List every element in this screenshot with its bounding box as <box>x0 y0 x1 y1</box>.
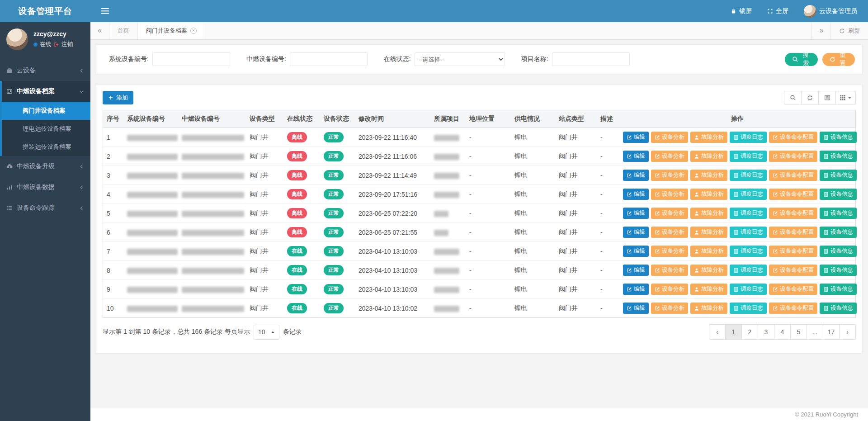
sidebar-item-cloud-device[interactable]: 云设备 <box>0 60 90 81</box>
device-info-button[interactable]: 设备信息 <box>820 151 857 162</box>
tabs-scroll-right-button[interactable] <box>811 22 830 39</box>
edit-button[interactable]: 编辑 <box>623 227 649 238</box>
fault-analysis-button[interactable]: 故障分析 <box>690 170 727 181</box>
user-menu[interactable]: 云设备管理员 <box>804 5 857 18</box>
page-button[interactable]: 3 <box>758 324 774 340</box>
dispatch-log-button[interactable]: 调度日志 <box>730 227 767 238</box>
edit-button[interactable]: 编辑 <box>623 189 649 200</box>
device-command-config-button[interactable]: 设备命令配置 <box>769 246 817 257</box>
edit-button[interactable]: 编辑 <box>623 170 649 181</box>
edit-button[interactable]: 编辑 <box>623 208 649 219</box>
page-button[interactable]: 17 <box>823 324 840 340</box>
dispatch-log-button[interactable]: 调度日志 <box>730 284 767 295</box>
device-info-button[interactable]: 设备信息 <box>820 303 857 314</box>
sidebar-item-device-command-trace[interactable]: 设备命令跟踪 <box>0 198 90 218</box>
page-button[interactable]: 2 <box>741 324 758 340</box>
fault-analysis-button[interactable]: 故障分析 <box>690 284 727 295</box>
sidebar-item-valve-well-archive[interactable]: 阀门井设备档案 <box>2 102 90 120</box>
device-command-config-button[interactable]: 设备命令配置 <box>769 303 817 314</box>
column-header[interactable]: 修改时间 <box>355 110 430 128</box>
column-header[interactable]: 系统设备编号 <box>123 110 178 128</box>
dispatch-log-button[interactable]: 调度日志 <box>730 265 767 276</box>
column-header[interactable]: 所属项目 <box>430 110 466 128</box>
device-info-button[interactable]: 设备信息 <box>820 208 857 219</box>
device-command-config-button[interactable]: 设备命令配置 <box>769 265 817 276</box>
device-analysis-button[interactable]: 设备分析 <box>651 132 688 143</box>
project-name-input[interactable] <box>552 52 630 66</box>
column-header[interactable]: 供电情况 <box>511 110 555 128</box>
fault-analysis-button[interactable]: 故障分析 <box>690 132 727 143</box>
column-header[interactable]: 中燃设备编号 <box>178 110 246 128</box>
page-button[interactable]: ... <box>807 324 823 340</box>
tab-valve-well-archive[interactable]: 阀门井设备档案× <box>138 22 205 39</box>
column-header[interactable]: 操作 <box>619 110 855 128</box>
dispatch-log-button[interactable]: 调度日志 <box>730 303 767 314</box>
edit-button[interactable]: 编辑 <box>623 151 649 162</box>
dispatch-log-button[interactable]: 调度日志 <box>730 189 767 200</box>
device-analysis-button[interactable]: 设备分析 <box>651 284 688 295</box>
device-command-config-button[interactable]: 设备命令配置 <box>769 151 817 162</box>
edit-button[interactable]: 编辑 <box>623 265 649 276</box>
device-command-config-button[interactable]: 设备命令配置 <box>769 227 817 238</box>
sidebar-item-assembled-remote-archive[interactable]: 拼装远传设备档案 <box>2 138 90 156</box>
dispatch-log-button[interactable]: 调度日志 <box>730 170 767 181</box>
device-info-button[interactable]: 设备信息 <box>820 170 857 181</box>
edit-button[interactable]: 编辑 <box>623 246 649 257</box>
column-header[interactable]: 地理位置 <box>466 110 511 128</box>
page-next-button[interactable]: › <box>839 324 856 340</box>
edit-button[interactable]: 编辑 <box>623 303 649 314</box>
device-analysis-button[interactable]: 设备分析 <box>651 303 688 314</box>
table-refresh-button[interactable] <box>801 91 819 104</box>
device-info-button[interactable]: 设备信息 <box>820 189 857 200</box>
column-header[interactable]: 描述 <box>597 110 619 128</box>
sidebar-item-gas-device-archive[interactable]: 中燃设备档案 <box>2 81 90 102</box>
table-view-toggle-button[interactable] <box>818 91 836 104</box>
edit-button[interactable]: 编辑 <box>623 132 649 143</box>
device-command-config-button[interactable]: 设备命令配置 <box>769 132 817 143</box>
dispatch-log-button[interactable]: 调度日志 <box>730 132 767 143</box>
tabs-scroll-left-button[interactable] <box>90 22 109 39</box>
reset-button[interactable]: 重置 <box>822 53 855 66</box>
fault-analysis-button[interactable]: 故障分析 <box>690 151 727 162</box>
device-analysis-button[interactable]: 设备分析 <box>651 265 688 276</box>
page-size-select[interactable]: 10 <box>254 325 279 340</box>
device-info-button[interactable]: 设备信息 <box>820 227 857 238</box>
close-icon[interactable]: × <box>190 28 197 34</box>
online-status-select[interactable]: --请选择-- <box>415 52 505 66</box>
edit-button[interactable]: 编辑 <box>623 284 649 295</box>
device-info-button[interactable]: 设备信息 <box>820 246 857 257</box>
lock-screen-button[interactable]: 锁屏 <box>731 7 752 15</box>
column-header[interactable]: 在线状态 <box>283 110 320 128</box>
sidebar-item-lithium-remote-archive[interactable]: 锂电远传设备档案 <box>2 120 90 138</box>
add-button[interactable]: 添加 <box>103 91 133 104</box>
table-columns-button[interactable] <box>835 91 856 104</box>
dispatch-log-button[interactable]: 调度日志 <box>730 151 767 162</box>
page-button[interactable]: 4 <box>774 324 791 340</box>
sidebar-toggle-button[interactable] <box>101 8 109 14</box>
device-analysis-button[interactable]: 设备分析 <box>651 227 688 238</box>
fault-analysis-button[interactable]: 故障分析 <box>690 189 727 200</box>
system-device-no-input[interactable] <box>152 52 230 66</box>
device-analysis-button[interactable]: 设备分析 <box>651 151 688 162</box>
gas-device-no-input[interactable] <box>290 52 368 66</box>
device-command-config-button[interactable]: 设备命令配置 <box>769 170 817 181</box>
device-info-button[interactable]: 设备信息 <box>820 284 857 295</box>
column-header[interactable]: 设备类型 <box>246 110 283 128</box>
device-analysis-button[interactable]: 设备分析 <box>651 170 688 181</box>
logout-link[interactable]: 注销 <box>61 41 73 48</box>
fault-analysis-button[interactable]: 故障分析 <box>690 227 727 238</box>
column-header[interactable]: 站点类型 <box>555 110 597 128</box>
tab-home[interactable]: 首页 <box>109 22 138 39</box>
fault-analysis-button[interactable]: 故障分析 <box>690 246 727 257</box>
device-info-button[interactable]: 设备信息 <box>820 265 857 276</box>
column-header[interactable]: 序号 <box>103 110 123 128</box>
dispatch-log-button[interactable]: 调度日志 <box>730 246 767 257</box>
device-command-config-button[interactable]: 设备命令配置 <box>769 189 817 200</box>
sidebar-item-gas-device-upgrade[interactable]: 中燃设备升级 <box>0 156 90 177</box>
fullscreen-button[interactable]: 全屏 <box>767 7 788 15</box>
table-search-button[interactable] <box>784 91 802 104</box>
fault-analysis-button[interactable]: 故障分析 <box>690 208 727 219</box>
device-command-config-button[interactable]: 设备命令配置 <box>769 284 817 295</box>
device-analysis-button[interactable]: 设备分析 <box>651 208 688 219</box>
device-info-button[interactable]: 设备信息 <box>820 132 857 143</box>
